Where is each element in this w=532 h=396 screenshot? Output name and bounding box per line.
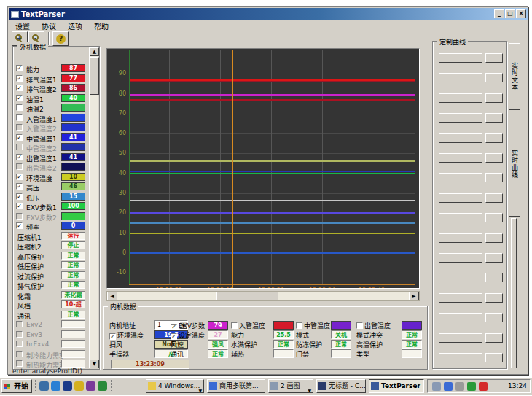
checkbox-频率[interactable]: ✓ [16,222,23,229]
taskbar-button-1[interactable]: 4 Windows...▼ [146,379,204,393]
scroll-up-button[interactable]: ▲ [90,47,99,56]
download-icon[interactable] [479,382,488,391]
outdoor-scrollbar[interactable]: ▲ ▼ [89,47,98,368]
custom-curve-value[interactable] [485,233,503,243]
menu-item-3[interactable]: 帮助 [88,20,114,31]
checkbox-EXV步数1[interactable]: ✓ [16,203,23,209]
checkbox-出管温度[interactable] [356,322,363,329]
help-button[interactable]: ? [52,31,69,46]
custom-curve-value[interactable] [485,353,503,362]
menu-item-1[interactable]: 协议 [36,20,62,31]
custom-curve-value[interactable] [485,93,503,103]
custom-curve-field[interactable] [439,273,482,282]
checkbox-排气温度2[interactable]: ✓ [16,85,23,91]
custom-curve-field[interactable] [439,213,482,222]
custom-curve-field[interactable] [439,193,482,203]
custom-curve-value[interactable] [485,213,503,222]
checkbox-高压[interactable]: ✓ [16,183,23,190]
checkbox-排气温度1[interactable]: ✓ [16,75,23,82]
custom-curve-value[interactable] [485,333,503,343]
globe-icon[interactable] [63,381,72,391]
checkbox-Exv2[interactable] [16,321,23,327]
checkbox-EXV步数2[interactable] [16,213,23,220]
taskbar-button-3[interactable]: 2 画图▼ [268,379,313,393]
title-bar[interactable]: TextParser _ □ × [9,8,528,20]
custom-curve-value[interactable] [485,153,503,163]
custom-curve-field[interactable] [439,333,482,343]
checkbox-油温2[interactable] [16,104,23,111]
hscroll-left-button[interactable]: ◄ [107,292,117,300]
update-icon[interactable] [455,382,464,391]
custom-curve-value[interactable] [485,53,503,63]
scroll-down-button[interactable]: ▼ [90,360,99,368]
checkbox-入管温度1[interactable] [16,114,23,121]
checkbox-出管温度2[interactable] [16,163,23,170]
taskbar-button-2[interactable]: 商用多联第... [207,379,265,393]
messenger-icon[interactable] [444,382,453,391]
checkbox-入管温度2[interactable] [16,124,23,131]
mail-icon[interactable] [51,381,60,391]
tasks-icon[interactable] [98,381,107,391]
custom-curve-value[interactable] [485,253,503,263]
system-tray: 13:24 [427,379,531,393]
scroll-thumb[interactable] [90,57,99,95]
checkbox-环境温度[interactable]: ✓ [16,174,23,180]
checkbox-中管温度1[interactable]: ✓ [16,134,23,141]
minimize-button[interactable]: _ [494,9,504,18]
custom-curve-field[interactable] [439,73,482,82]
checkbox-Exv3[interactable] [16,331,23,338]
custom-curve-field[interactable] [439,53,482,63]
taskbar-button-4[interactable]: 无标题 - C... [316,379,366,393]
hscroll-right-button[interactable]: ► [409,292,419,300]
custom-curve-field[interactable] [439,293,482,303]
custom-curve-value[interactable] [485,293,503,303]
checkbox-油温1[interactable]: ✓ [16,95,23,101]
checkbox-hrExv4[interactable] [16,341,23,347]
checkbox-制冷能力需求[interactable] [16,351,23,357]
custom-curve-field[interactable] [439,153,482,163]
indoor-value-box: 正常 [273,340,294,349]
hscroll-thumb[interactable] [216,292,278,300]
tab-realtime-curve[interactable]: 实时曲线 [509,112,520,217]
custom-curve-value[interactable] [485,193,503,203]
checkbox-设定温度[interactable]: ✓ [171,333,177,340]
custom-curve-value[interactable] [485,113,503,123]
checkbox-中管温度2[interactable] [16,144,23,150]
checkbox-中管温度[interactable] [296,322,302,329]
checkbox-EXV步数[interactable]: ✓ [171,324,177,330]
checkbox-环境温度[interactable]: ✓ [109,333,116,340]
custom-curve-field[interactable] [439,133,482,143]
maximize-button[interactable]: □ [505,9,515,18]
custom-curve-field[interactable] [439,93,482,103]
time-cursor[interactable] [232,50,233,289]
menu-item-0[interactable]: 设置 [9,20,36,31]
chart-hscrollbar[interactable]: ◄ ► [106,291,420,301]
tab-realtime-text[interactable]: 实时文本 [509,43,520,110]
printer-icon[interactable] [432,382,441,391]
key-icon[interactable] [86,381,95,391]
custom-curve-field[interactable] [439,113,482,123]
custom-curve-field[interactable] [439,233,482,243]
taskbar-button-5[interactable]: TextParser [369,379,424,393]
custom-curve-field[interactable] [439,353,482,362]
custom-curve-value[interactable] [485,173,503,182]
custom-curve-value[interactable] [485,133,503,143]
notes-icon[interactable] [74,381,84,391]
checkbox-制热能力需求[interactable] [16,360,23,367]
y-tick-label: -10 [109,269,126,276]
start-button[interactable]: 开始 [1,379,32,393]
custom-curve-field[interactable] [439,253,482,263]
browser-icon[interactable] [39,381,49,391]
checkbox-能力[interactable]: ✓ [16,65,23,71]
checkbox-出管温度1[interactable]: ✓ [16,154,23,160]
close-button[interactable]: × [516,9,526,18]
custom-curve-field[interactable] [439,173,482,182]
antivirus-icon[interactable] [467,382,476,391]
custom-curve-field[interactable] [439,313,482,322]
custom-curve-value[interactable] [485,273,503,282]
checkbox-入管温度[interactable] [231,322,238,329]
menu-item-2[interactable]: 选项 [62,20,88,31]
custom-curve-value[interactable] [485,73,503,82]
custom-curve-value[interactable] [485,313,503,322]
checkbox-低压[interactable]: ✓ [16,193,23,200]
